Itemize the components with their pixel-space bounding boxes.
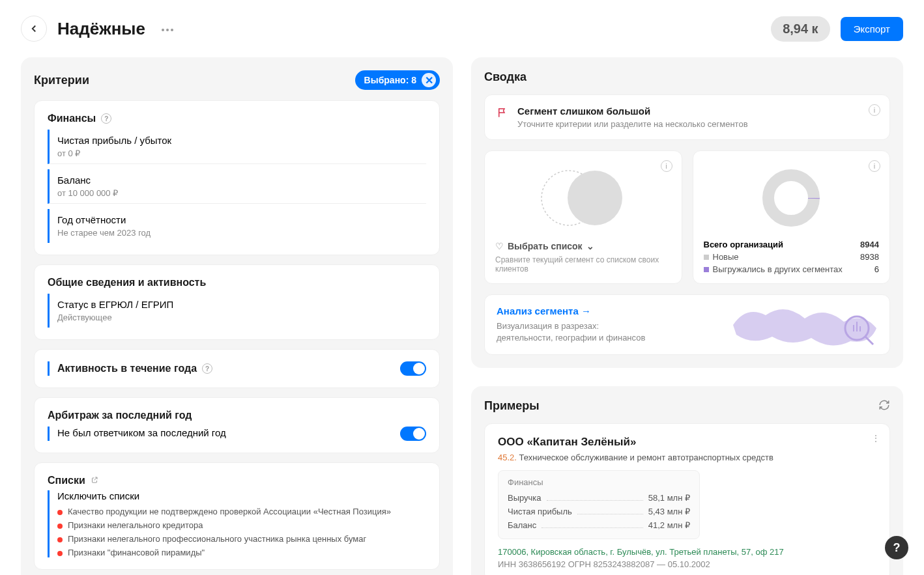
criterion-label: Год отчётности: [57, 214, 426, 225]
compare-text: Сравните текущий сегмент со списком свои…: [495, 255, 671, 273]
donut-chart: [704, 165, 880, 231]
red-dot-icon: [57, 551, 63, 556]
summary-title: Сводка: [484, 70, 527, 84]
red-dot-icon: [57, 524, 63, 529]
page-title: Надёжные: [57, 19, 145, 39]
new-value: 8938: [860, 252, 879, 262]
finance-title: Финансы: [48, 113, 96, 124]
fin-value: 41,2 млн ₽: [648, 520, 690, 530]
arbitrage-toggle[interactable]: [400, 427, 426, 441]
map-illustration: [727, 299, 883, 350]
criteria-panel: Критерии Выбрано: 8 ✕ Финансы ? Чистая п…: [21, 57, 453, 575]
info-icon[interactable]: i: [661, 160, 672, 172]
fin-row-revenue: Выручка58,1 млн ₽: [508, 491, 690, 505]
svg-point-0: [162, 29, 164, 31]
help-icon[interactable]: ?: [101, 113, 111, 124]
svg-point-5: [768, 175, 814, 221]
org-reg-info: ИНН 3638656192 ОГРН 8253243882087 — 05.1…: [498, 559, 876, 569]
general-title: Общие сведения и активность: [48, 277, 206, 288]
total-orgs-value: 8944: [860, 240, 879, 249]
exclude-text: Признаки нелегального профессионального …: [68, 534, 366, 544]
lists-title: Списки: [48, 475, 85, 486]
flag-icon: [497, 107, 508, 129]
criterion-balance[interactable]: Баланс от 10 000 000 ₽: [48, 169, 426, 204]
criterion-profit[interactable]: Чистая прибыль / убыток от 0 ₽: [48, 130, 426, 164]
back-button[interactable]: [21, 16, 47, 42]
criteria-title: Критерии: [34, 74, 89, 87]
analysis-link[interactable]: Анализ сегмента →: [497, 305, 591, 316]
exported-value: 6: [874, 264, 879, 274]
criterion-label: Чистая прибыль / убыток: [57, 135, 426, 146]
export-button[interactable]: Экспорт: [841, 17, 903, 41]
fin-row-balance: Баланс41,2 млн ₽: [508, 518, 690, 532]
finance-card: Финансы ? Чистая прибыль / убыток от 0 ₽…: [34, 100, 440, 255]
svg-point-4: [568, 171, 622, 225]
selected-count-pill[interactable]: Выбрано: 8 ✕: [355, 70, 440, 90]
alert-segment-large: Сегмент слишком большой Уточните критери…: [484, 94, 890, 140]
svg-point-2: [171, 29, 173, 31]
page-header: Надёжные 8,94 к Экспорт: [21, 16, 903, 42]
activity-card: Активность в течение года ?: [34, 349, 440, 388]
info-icon[interactable]: i: [869, 104, 880, 116]
select-list-label: Выбрать список: [508, 241, 583, 251]
criterion-value: Не старее чем 2023 год: [57, 228, 426, 238]
legend-swatch-exported: [704, 267, 709, 272]
heart-icon: ♡: [495, 241, 504, 251]
new-label: Новые: [713, 252, 739, 262]
info-icon[interactable]: i: [869, 160, 880, 172]
criterion-value: Действующее: [57, 313, 426, 322]
help-icon[interactable]: ?: [202, 363, 212, 374]
okved: 45.2. Техническое обслуживание и ремонт …: [498, 453, 876, 462]
clear-selection-icon[interactable]: ✕: [422, 73, 436, 87]
fin-label: Баланс: [508, 520, 536, 530]
org-name[interactable]: ООО «Капитан Зелёный»: [498, 436, 876, 449]
criterion-label: Баланс: [57, 175, 426, 186]
criterion-status[interactable]: Статус в ЕГРЮЛ / ЕГРИП Действующее: [48, 294, 426, 328]
list-item: Признаки "финансовой пирамиды": [57, 548, 426, 557]
exported-label: Выгружались в других сегментах: [713, 264, 843, 274]
finance-box: Финансы Выручка58,1 млн ₽ Чистая прибыль…: [498, 470, 700, 539]
arbitrage-card: Арбитраж за последний год Не был ответчи…: [34, 397, 440, 453]
fin-label: Выручка: [508, 493, 541, 503]
analysis-card[interactable]: Анализ сегмента → Визуализация в разреза…: [484, 294, 890, 355]
exclude-text: Признаки нелегального кредитора: [68, 520, 203, 530]
donut-card: i Всего организаций 8944 Новы: [693, 150, 891, 284]
general-card: Общие сведения и активность Статус в ЕГР…: [34, 264, 440, 340]
list-item: Признаки нелегального кредитора: [57, 520, 426, 530]
criterion-report-year[interactable]: Год отчётности Не старее чем 2023 год: [48, 209, 426, 243]
more-icon[interactable]: [156, 18, 179, 39]
count-badge: 8,94 к: [771, 16, 830, 42]
lists-card: Списки Исключить списки Качество продукц…: [34, 462, 440, 570]
activity-toggle[interactable]: [400, 361, 426, 376]
red-dot-icon: [57, 510, 63, 515]
org-address: 170006, Кировская область, г. Булычёв, у…: [498, 547, 876, 557]
legend-swatch-new: [704, 255, 709, 260]
exclude-text: Качество продукции не подтверждено прове…: [68, 507, 391, 516]
criterion-value: от 10 000 000 ₽: [57, 188, 426, 198]
okved-code: 45.2.: [498, 453, 517, 462]
reload-icon[interactable]: [878, 399, 890, 413]
list-item: Качество продукции не подтверждено прове…: [57, 507, 426, 516]
select-list-dropdown[interactable]: ♡ Выбрать список ⌄: [495, 241, 671, 251]
fin-value: 5,43 млн ₽: [648, 507, 690, 516]
summary-panel: Сводка Сегмент слишком большой Уточните …: [471, 57, 903, 368]
venn-diagram: [495, 165, 671, 231]
help-fab-button[interactable]: ?: [885, 536, 908, 559]
total-orgs-label: Всего организаций: [704, 240, 784, 249]
fin-value: 58,1 млн ₽: [648, 493, 690, 503]
svg-point-1: [166, 29, 169, 31]
arbitrage-title: Арбитраж за последний год: [48, 410, 192, 421]
example-more-icon[interactable]: ⋮: [871, 433, 880, 443]
examples-panel: Примеры ⋮ ООО «Капитан Зелёный» 45.2. Те…: [471, 386, 903, 575]
examples-title: Примеры: [484, 399, 540, 413]
selected-count-label: Выбрано: 8: [364, 75, 416, 85]
external-link-icon[interactable]: [91, 476, 98, 486]
arbitrage-item: Не был ответчиком за последний год: [57, 427, 226, 438]
red-dot-icon: [57, 537, 63, 542]
activity-title: Активность в течение года: [57, 363, 197, 374]
venn-card: i ♡ Выбрать список ⌄ Сравните: [484, 150, 682, 284]
fin-row-profit: Чистая прибыль5,43 млн ₽: [508, 505, 690, 518]
finance-box-title: Финансы: [508, 477, 690, 487]
fin-label: Чистая прибыль: [508, 507, 572, 516]
alert-subtitle: Уточните критерии или разделите на неско…: [517, 119, 748, 129]
